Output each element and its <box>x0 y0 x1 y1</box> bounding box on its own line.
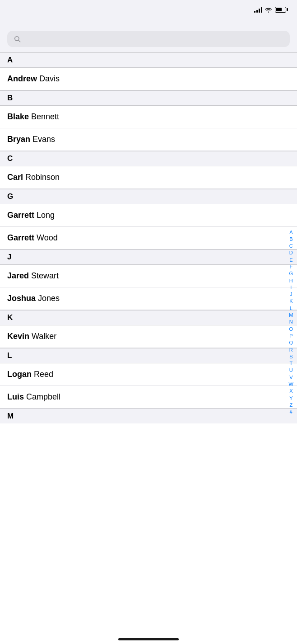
contact-first-name: Carl <box>7 173 23 182</box>
contact-last-name: Robinson <box>23 173 60 182</box>
alpha-index-letter-P[interactable]: P <box>288 333 294 339</box>
wifi-icon <box>265 6 272 13</box>
contact-name: Joshua Jones <box>7 294 60 303</box>
contact-first-name: Joshua <box>7 294 36 303</box>
contact-row[interactable]: Kevin Walker <box>0 325 297 348</box>
alpha-index-letter-S[interactable]: S <box>288 353 294 360</box>
contact-first-name: Garrett <box>7 233 34 242</box>
section-header-K: K <box>0 310 297 325</box>
alpha-index-letter-Q[interactable]: Q <box>288 339 295 346</box>
battery-icon <box>275 7 286 13</box>
section-header-A: A <box>0 52 297 68</box>
alpha-index-letter-Y[interactable]: Y <box>288 395 294 401</box>
contact-name: Carl Robinson <box>7 173 60 182</box>
status-bar <box>0 0 297 16</box>
alpha-index-letter-#[interactable]: # <box>288 409 294 415</box>
contact-last-name: Davis <box>37 74 60 83</box>
contact-first-name: Blake <box>7 112 29 121</box>
alpha-index-letter-N[interactable]: N <box>288 319 295 325</box>
contact-row[interactable]: Andrew Davis <box>0 68 297 90</box>
alpha-index: ABCDEFGHIJKLMNOPQRSTUVWXYZ# <box>287 229 295 415</box>
contact-first-name: Kevin <box>7 332 29 341</box>
alpha-index-letter-K[interactable]: K <box>288 298 294 304</box>
alpha-index-letter-O[interactable]: O <box>288 326 295 332</box>
contact-name: Luis Campbell <box>7 392 60 402</box>
alpha-index-letter-D[interactable]: D <box>288 249 295 256</box>
alpha-index-letter-L[interactable]: L <box>288 305 294 311</box>
contact-first-name: Logan <box>7 370 32 379</box>
section-header-B: B <box>0 90 297 106</box>
alpha-index-letter-V[interactable]: V <box>288 374 294 381</box>
contact-name: Kevin Walker <box>7 332 56 341</box>
contact-name: Garrett Wood <box>7 233 58 243</box>
alpha-index-letter-W[interactable]: W <box>287 381 295 387</box>
contact-row[interactable]: Bryan Evans <box>0 128 297 151</box>
alpha-index-letter-F[interactable]: F <box>288 263 294 270</box>
alpha-index-letter-T[interactable]: T <box>288 360 294 367</box>
alpha-index-letter-R[interactable]: R <box>288 347 295 353</box>
contact-first-name: Jared <box>7 271 29 280</box>
contact-last-name: Walker <box>29 332 56 341</box>
search-icon <box>14 35 21 42</box>
contact-row[interactable]: Blake Bennett <box>0 106 297 128</box>
alpha-index-letter-E[interactable]: E <box>288 257 294 263</box>
contact-row[interactable]: Logan Reed <box>0 363 297 386</box>
section-header-G: G <box>0 189 297 204</box>
contact-last-name: Stewart <box>29 271 59 280</box>
header <box>0 16 297 27</box>
contact-last-name: Evans <box>30 135 55 144</box>
contact-row[interactable]: Jared Stewart <box>0 265 297 287</box>
home-indicator <box>118 638 179 640</box>
search-container <box>0 27 297 52</box>
contact-row[interactable]: Joshua Jones <box>0 287 297 310</box>
alpha-index-letter-H[interactable]: H <box>288 277 295 284</box>
contact-last-name: Long <box>34 211 55 220</box>
contact-first-name: Andrew <box>7 74 37 83</box>
contact-first-name: Bryan <box>7 135 30 144</box>
search-bar[interactable] <box>7 31 290 47</box>
section-header-L: L <box>0 348 297 363</box>
contact-row[interactable]: Garrett Long <box>0 204 297 227</box>
contact-last-name: Jones <box>36 294 60 303</box>
contact-name: Bryan Evans <box>7 135 55 144</box>
contact-name: Logan Reed <box>7 370 53 379</box>
signal-bars-icon <box>254 6 262 13</box>
contact-last-name: Bennett <box>29 112 59 121</box>
alpha-index-letter-U[interactable]: U <box>288 367 295 373</box>
contact-first-name: Luis <box>7 392 24 401</box>
alpha-index-letter-Z[interactable]: Z <box>288 402 294 408</box>
alpha-index-letter-M[interactable]: M <box>287 312 295 318</box>
contact-row[interactable]: Luis Campbell <box>0 386 297 409</box>
alpha-index-letter-A[interactable]: A <box>288 229 294 235</box>
contact-list: AAndrew DavisBBlake BennettBryan EvansCC… <box>0 52 297 423</box>
alpha-index-letter-C[interactable]: C <box>288 243 295 249</box>
contact-name: Blake Bennett <box>7 112 59 122</box>
contact-row[interactable]: Garrett Wood <box>0 227 297 249</box>
section-header-J: J <box>0 249 297 265</box>
contact-row[interactable]: Carl Robinson <box>0 166 297 189</box>
alpha-index-letter-X[interactable]: X <box>288 388 294 394</box>
contact-last-name: Reed <box>32 370 53 379</box>
contact-last-name: Campbell <box>24 392 60 401</box>
contact-last-name: Wood <box>34 233 58 242</box>
contact-first-name: Garrett <box>7 211 34 220</box>
alpha-index-letter-J[interactable]: J <box>288 291 294 297</box>
alpha-index-letter-G[interactable]: G <box>288 270 295 277</box>
contact-name: Garrett Long <box>7 211 55 220</box>
section-header-M: M <box>0 409 297 423</box>
section-header-C: C <box>0 151 297 166</box>
contact-name: Jared Stewart <box>7 271 59 281</box>
svg-line-1 <box>19 40 20 42</box>
alpha-index-letter-B[interactable]: B <box>288 236 294 242</box>
alpha-index-letter-I[interactable]: I <box>288 284 293 291</box>
status-icons <box>254 6 286 13</box>
contact-name: Andrew Davis <box>7 74 60 84</box>
